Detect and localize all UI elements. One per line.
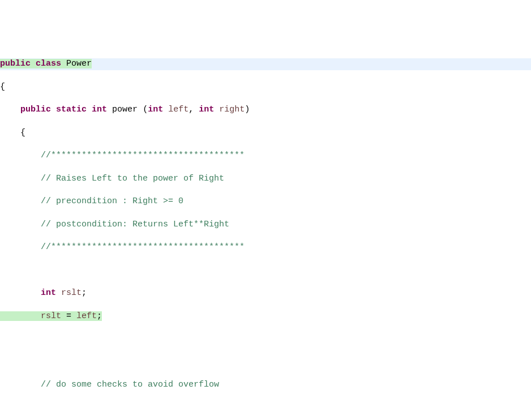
keyword-static: static — [56, 105, 87, 114]
code-line[interactable] — [0, 402, 531, 414]
keyword-int: int — [41, 288, 56, 298]
class-name: Power — [66, 59, 92, 68]
keyword-int: int — [92, 105, 107, 114]
method-name: power — [112, 105, 138, 114]
code-line[interactable]: public class Power — [0, 58, 531, 70]
code-line[interactable]: { — [0, 127, 531, 139]
code-line[interactable]: //************************************** — [0, 242, 531, 253]
code-line[interactable] — [0, 357, 531, 368]
param-left: left — [168, 105, 189, 114]
code-editor[interactable]: public class Power { public static int p… — [0, 46, 531, 420]
code-line[interactable] — [0, 333, 531, 345]
code-line[interactable]: rslt = left; — [0, 311, 531, 322]
comment: // postcondition: Returns Left**Right — [41, 220, 229, 229]
code-line[interactable]: // postcondition: Returns Left**Right — [0, 219, 531, 230]
code-line[interactable] — [0, 265, 531, 276]
code-line[interactable]: //************************************** — [0, 150, 531, 161]
var-rslt: rslt — [41, 311, 61, 321]
comment: // do some checks to avoid overflow — [41, 380, 219, 389]
keyword-class: class — [36, 59, 61, 68]
code-line[interactable]: // Raises Left to the power of Right — [0, 173, 531, 185]
comment: // precondition : Right >= 0 — [41, 196, 183, 206]
var-left: left — [76, 311, 97, 321]
comment: //************************************** — [41, 151, 245, 160]
comment: // Raises Left to the power of Right — [41, 174, 224, 183]
code-line[interactable]: { — [0, 82, 531, 93]
var-rslt: rslt — [61, 288, 82, 298]
comment: //************************************** — [41, 242, 245, 252]
keyword-public: public — [20, 105, 51, 114]
code-line[interactable]: // do some checks to avoid overflow — [0, 379, 531, 391]
keyword-int: int — [199, 105, 214, 114]
code-line[interactable]: // precondition : Right >= 0 — [0, 196, 531, 207]
brace-open: { — [20, 128, 25, 138]
code-line[interactable]: public static int power (int left, int r… — [0, 104, 531, 115]
code-line[interactable]: int rslt; — [0, 288, 531, 299]
keyword-int: int — [148, 105, 163, 114]
param-right: right — [219, 105, 245, 114]
brace-open: { — [0, 82, 5, 92]
keyword-public: public — [0, 59, 31, 68]
